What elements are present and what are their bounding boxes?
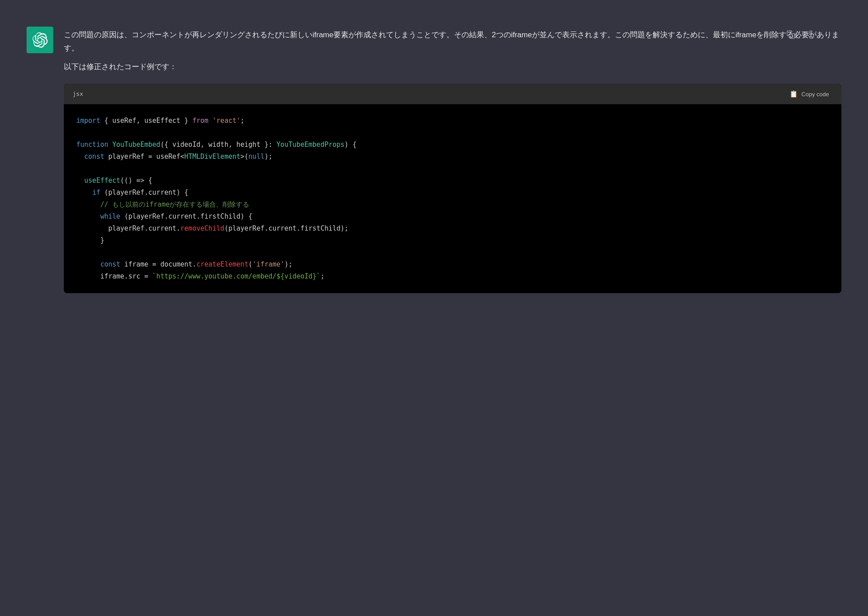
svg-line-5 (807, 32, 810, 34)
code-pre: import { useRef, useEffect } from 'react… (76, 115, 829, 282)
assistant-message: この問題の原因は、コンポーネントが再レンダリングされるたびに新しいiframe要… (27, 18, 841, 302)
assistant-avatar (27, 27, 53, 53)
share-icon (804, 30, 813, 39)
svg-point-3 (810, 36, 812, 38)
code-block-header: jsx 📋 Copy code (64, 84, 841, 104)
svg-rect-0 (790, 34, 795, 39)
code-block-container: jsx 📋 Copy code import { useRef, useEffe… (64, 84, 841, 293)
copy-icon: 📋 (790, 90, 798, 98)
message-body: この問題の原因は、コンポーネントが再レンダリングされるたびに新しいiframe要… (64, 27, 841, 293)
copy-message-icon (786, 30, 795, 39)
explanation-text: この問題の原因は、コンポーネントが再レンダリングされるたびに新しいiframe要… (64, 28, 841, 73)
svg-point-2 (805, 34, 808, 36)
svg-line-4 (807, 35, 810, 36)
copy-message-button[interactable] (785, 28, 797, 41)
message-action-buttons (785, 28, 815, 41)
code-language-label: jsx (73, 90, 83, 99)
share-button[interactable] (802, 28, 815, 41)
copy-code-button[interactable]: 📋 Copy code (786, 88, 833, 100)
chatgpt-logo-icon (32, 32, 48, 48)
svg-point-1 (810, 31, 812, 33)
code-content: import { useRef, useEffect } from 'react… (64, 104, 841, 293)
